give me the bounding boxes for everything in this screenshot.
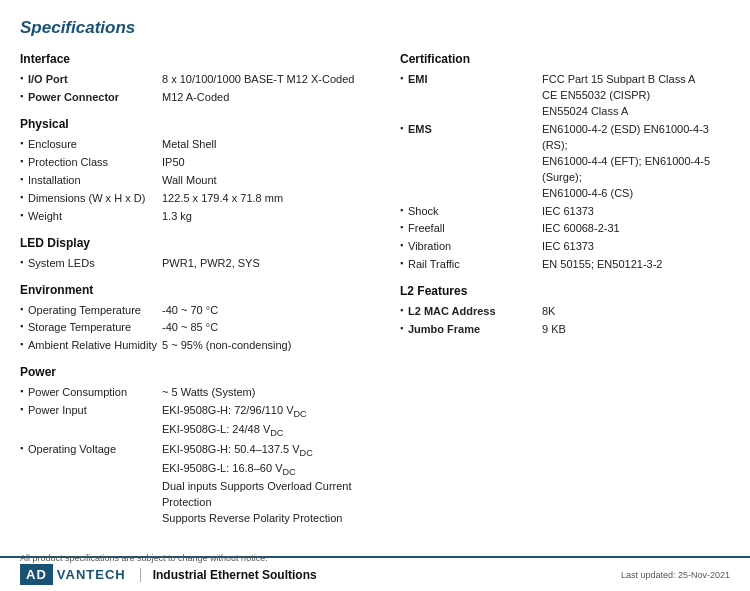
logo-adv: AD [20, 564, 53, 585]
section-environment: Environment [20, 283, 400, 297]
label-weight: Weight [20, 208, 160, 226]
table-row: Dimensions (W x H x D) 122.5 x 179.4 x 7… [20, 190, 400, 208]
label-shock: Shock [400, 203, 540, 221]
environment-table: Operating Temperature -40 ~ 70 °C Storag… [20, 302, 400, 356]
label-system-leds: System LEDs [20, 255, 160, 273]
footer-note: All product specifications are subject t… [20, 553, 268, 563]
value-op-voltage: EKI-9508G-H: 50.4–137.5 VDC EKI-9508G-L:… [160, 441, 400, 528]
value-jumbo-frame: 9 KB [540, 321, 730, 339]
label-op-voltage: Operating Voltage [20, 441, 160, 528]
value-enclosure: Metal Shell [160, 136, 400, 154]
table-row: Storage Temperature -40 ~ 85 °C [20, 319, 400, 337]
table-row: Operating Voltage EKI-9508G-H: 50.4–137.… [20, 441, 400, 528]
section-certification: Certification [400, 52, 730, 66]
table-row: EMI FCC Part 15 Subpart B Class A CE EN5… [400, 71, 730, 121]
value-protection-class: IP50 [160, 154, 400, 172]
led-table: System LEDs PWR1, PWR2, SYS [20, 255, 400, 273]
label-rail-traffic: Rail Traffic [400, 256, 540, 274]
table-row: Vibration IEC 61373 [400, 238, 730, 256]
footer-tagline: Industrial Ethernet Soultions [140, 568, 317, 582]
table-row: Protection Class IP50 [20, 154, 400, 172]
section-power: Power [20, 365, 400, 379]
label-op-temp: Operating Temperature [20, 302, 160, 320]
value-ems: EN61000-4-2 (ESD) EN61000-4-3 (RS); EN61… [540, 121, 730, 203]
label-freefall: Freefall [400, 220, 540, 238]
label-ems: EMS [400, 121, 540, 203]
advantech-logo: ADVANTECH [20, 564, 130, 585]
table-row: Enclosure Metal Shell [20, 136, 400, 154]
label-l2-mac: L2 MAC Address [400, 303, 540, 321]
label-protection-class: Protection Class [20, 154, 160, 172]
value-freefall: IEC 60068-2-31 [540, 220, 730, 238]
table-row: Operating Temperature -40 ~ 70 °C [20, 302, 400, 320]
value-shock: IEC 61373 [540, 203, 730, 221]
label-power-consumption: Power Consumption [20, 384, 160, 402]
table-row: EMS EN61000-4-2 (ESD) EN61000-4-3 (RS); … [400, 121, 730, 203]
value-rail-traffic: EN 50155; EN50121-3-2 [540, 256, 730, 274]
value-power-input: EKI-9508G-H: 72/96/110 VDC EKI-9508G-L: … [160, 402, 400, 441]
table-row: Jumbo Frame 9 KB [400, 321, 730, 339]
table-row: L2 MAC Address 8K [400, 303, 730, 321]
page-title: Specifications [20, 18, 730, 38]
value-power-consumption: ~ 5 Watts (System) [160, 384, 400, 402]
label-io-port: I/O Port [20, 71, 160, 89]
section-l2features: L2 Features [400, 284, 730, 298]
value-power-connector: M12 A-Coded [160, 89, 400, 107]
table-row: I/O Port 8 x 10/100/1000 BASE-T M12 X-Co… [20, 71, 400, 89]
l2-table: L2 MAC Address 8K Jumbo Frame 9 KB [400, 303, 730, 339]
table-row: Installation Wall Mount [20, 172, 400, 190]
label-power-input: Power Input [20, 402, 160, 441]
table-row: Rail Traffic EN 50155; EN50121-3-2 [400, 256, 730, 274]
footer-left: ADVANTECH Industrial Ethernet Soultions [20, 564, 317, 585]
label-emi: EMI [400, 71, 540, 121]
label-storage-temp: Storage Temperature [20, 319, 160, 337]
label-vibration: Vibration [400, 238, 540, 256]
table-row: Power Input EKI-9508G-H: 72/96/110 VDC E… [20, 402, 400, 441]
value-storage-temp: -40 ~ 85 °C [160, 319, 400, 337]
value-l2-mac: 8K [540, 303, 730, 321]
power-table: Power Consumption ~ 5 Watts (System) Pow… [20, 384, 400, 528]
value-vibration: IEC 61373 [540, 238, 730, 256]
value-humidity: 5 ~ 95% (non-condensing) [160, 337, 400, 355]
label-power-connector: Power Connector [20, 89, 160, 107]
interface-table: I/O Port 8 x 10/100/1000 BASE-T M12 X-Co… [20, 71, 400, 107]
value-io-port: 8 x 10/100/1000 BASE-T M12 X-Coded [160, 71, 400, 89]
label-jumbo-frame: Jumbo Frame [400, 321, 540, 339]
table-row: Power Consumption ~ 5 Watts (System) [20, 384, 400, 402]
table-row: Ambient Relative Humidity 5 ~ 95% (non-c… [20, 337, 400, 355]
table-row: Shock IEC 61373 [400, 203, 730, 221]
label-dimensions: Dimensions (W x H x D) [20, 190, 160, 208]
value-dimensions: 122.5 x 179.4 x 71.8 mm [160, 190, 400, 208]
label-humidity: Ambient Relative Humidity [20, 337, 160, 355]
table-row: Freefall IEC 60068-2-31 [400, 220, 730, 238]
left-column: Interface I/O Port 8 x 10/100/1000 BASE-… [20, 52, 400, 530]
value-op-temp: -40 ~ 70 °C [160, 302, 400, 320]
section-interface: Interface [20, 52, 400, 66]
value-installation: Wall Mount [160, 172, 400, 190]
right-column: Certification EMI FCC Part 15 Subpart B … [400, 52, 730, 530]
section-physical: Physical [20, 117, 400, 131]
value-weight: 1.3 kg [160, 208, 400, 226]
section-led: LED Display [20, 236, 400, 250]
logo-tech: VANTECH [53, 564, 130, 585]
footer-right: Last updated: 25-Nov-2021 [621, 570, 730, 580]
table-row: System LEDs PWR1, PWR2, SYS [20, 255, 400, 273]
value-emi: FCC Part 15 Subpart B Class A CE EN55032… [540, 71, 730, 121]
certification-table: EMI FCC Part 15 Subpart B Class A CE EN5… [400, 71, 730, 274]
table-row: Weight 1.3 kg [20, 208, 400, 226]
label-installation: Installation [20, 172, 160, 190]
table-row: Power Connector M12 A-Coded [20, 89, 400, 107]
label-enclosure: Enclosure [20, 136, 160, 154]
value-system-leds: PWR1, PWR2, SYS [160, 255, 400, 273]
physical-table: Enclosure Metal Shell Protection Class I… [20, 136, 400, 226]
footer-date: Last updated: 25-Nov-2021 [621, 570, 730, 580]
